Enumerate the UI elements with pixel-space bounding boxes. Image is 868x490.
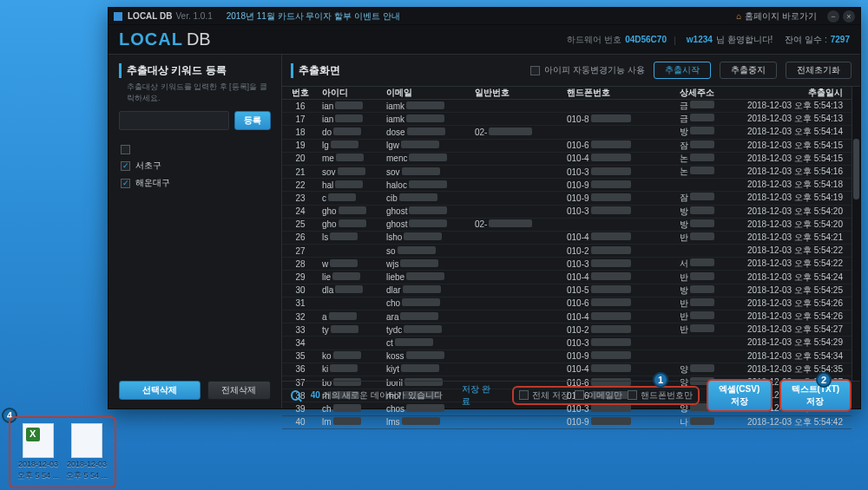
ip-auto-checkbox[interactable]: 아이피 자동변경기능 사용	[530, 64, 645, 76]
homepage-link[interactable]: 홈페이지 바로가기	[745, 10, 817, 23]
table-row[interactable]: 33tytydc010-2반2018-12-03 오후 5:54:27	[282, 323, 852, 336]
table-row[interactable]: 29lieliebe010-4반2018-12-03 오후 5:54:24	[282, 271, 852, 284]
keyword-header	[119, 142, 271, 157]
table-row[interactable]: 25ghoghost02-방2018-12-03 오후 5:54:20	[282, 219, 852, 232]
table-row[interactable]: 19lglgw010-6잠2018-12-03 오후 5:54:15	[282, 140, 852, 153]
title-text: LOCAL DB	[128, 11, 172, 21]
close-button[interactable]: ×	[843, 10, 855, 23]
register-button[interactable]: 등록	[234, 111, 271, 130]
stop-button[interactable]: 추출중지	[720, 62, 777, 79]
col-email: 이메일	[386, 87, 475, 99]
table-row[interactable]: 36kikiyt010-4양2018-12-03 오후 5:54:35	[282, 363, 852, 376]
annotation-badge-1: 1	[653, 372, 668, 388]
reset-button[interactable]: 전체초기화	[786, 62, 852, 79]
save-txt-button[interactable]: 텍스트(TXT)저장	[779, 379, 852, 412]
titlebar: LOCAL DB Ver. 1.0.1 2018년 11월 카드사 무이자 할부…	[108, 8, 860, 25]
text-file-icon	[71, 423, 102, 458]
table-row[interactable]: 20memenc010-4논2018-12-03 오후 5:54:15	[282, 153, 852, 166]
user-account: w1234	[687, 35, 713, 44]
logo-local: LOCAL	[119, 29, 183, 49]
remain-label: 잔여 일수 :	[785, 34, 826, 46]
keyword-checkbox[interactable]: ✓	[121, 179, 130, 188]
table-row[interactable]: 21sovsov010-3논2018-12-03 오후 5:54:16	[282, 166, 852, 179]
minimize-button[interactable]: −	[827, 10, 839, 23]
home-icon: ⌂	[736, 11, 741, 21]
col-general-no: 일반번호	[475, 87, 555, 99]
logo-db: DB	[187, 29, 211, 49]
header-bar: LOCAL DB 하드웨어 번호 04D56C70 | w1234 님 환영합니…	[108, 25, 860, 55]
scrollbar-thumb[interactable]	[853, 139, 859, 199]
col-datetime: 추출일시	[720, 87, 852, 99]
delete-selected-button[interactable]: 선택삭제	[119, 381, 201, 400]
keyword-item[interactable]: ✓ 해운대구	[119, 174, 271, 192]
main-title: 추출화면	[291, 63, 340, 78]
table-row[interactable]: 32aara010-4반2018-12-03 오후 5:54:26	[282, 310, 852, 323]
desktop-file-csv[interactable]: 2018-12-03 오후 5 54 ...	[17, 423, 59, 481]
status-text: 40 개의 새로운 데이터가 있습니다	[311, 389, 443, 402]
main-footer: 40 개의 새로운 데이터가 있습니다 저장 완료 전체 저장 이메일만 핸드폰…	[282, 381, 860, 408]
header-checkbox[interactable]	[121, 145, 130, 154]
keyword-checkbox[interactable]: ✓	[121, 161, 130, 171]
desktop-file-txt[interactable]: 2018-12-03 오후 5 54 ...	[66, 423, 108, 481]
sidebar: 추출대상 키워드 등록 추출대상 키워드를 입력한 후 [등록]을 클릭하세요.…	[108, 55, 282, 408]
sidebar-title: 추출대상 키워드 등록	[119, 63, 271, 78]
version-text: Ver. 1.0.1	[175, 11, 212, 21]
table-header: 번호 아이디 이메일 일반번호 핸드폰번호 상세주소 추출일시	[282, 87, 852, 100]
announcement-link[interactable]: 2018년 11월 카드사 무이자 할부 이벤트 안내	[227, 10, 400, 23]
table-row[interactable]: 22halhaloc010-92018-12-03 오후 5:54:18	[282, 179, 852, 192]
col-id: 아이디	[315, 87, 386, 99]
app-window: LOCAL DB Ver. 1.0.1 2018년 11월 카드사 무이자 할부…	[108, 7, 861, 409]
save-options-group: 전체 저장 이메일만 핸드폰번호만	[512, 386, 700, 405]
col-phone: 핸드폰번호	[555, 87, 641, 99]
table-row[interactable]: 17ianiamk010-8금2018-12-03 오후 5:54:13	[282, 113, 852, 126]
keyword-item[interactable]: ✓ 서초구	[119, 157, 271, 174]
save-csv-button[interactable]: 엑셀(CSV)저장	[707, 379, 773, 412]
hw-label: 하드웨어 번호	[567, 34, 621, 46]
save-phone-checkbox[interactable]: 핸드폰번호만	[628, 389, 693, 402]
table-row[interactable]: 35kokoss010-92018-12-03 오후 5:54:34	[282, 350, 852, 363]
table-row[interactable]: 30dladlar010-5방2018-12-03 오후 5:54:25	[282, 284, 852, 297]
table-row[interactable]: 31cho010-6반2018-12-03 오후 5:54:26	[282, 297, 852, 310]
annotation-badge-2: 2	[816, 372, 832, 388]
table-row[interactable]: 34ct010-32018-12-03 오후 5:54:29	[282, 336, 852, 350]
vertical-scrollbar[interactable]	[852, 87, 860, 381]
table-row[interactable]: 26lslsho010-4반2018-12-03 오후 5:54:21	[282, 232, 852, 245]
table-row[interactable]: 40lmlms010-9나2018-12-03 오후 5:54:42	[282, 416, 852, 429]
remain-value: 7297	[831, 35, 850, 44]
table-row[interactable]: 27so010-22018-12-03 오후 5:54:22	[282, 245, 852, 258]
hw-value: 04D56C70	[625, 35, 667, 44]
result-table: 번호 아이디 이메일 일반번호 핸드폰번호 상세주소 추출일시 16ianiam…	[282, 87, 852, 381]
keyword-label: 서초구	[135, 160, 161, 172]
search-icon	[291, 390, 300, 401]
save-full-checkbox[interactable]: 전체 저장	[519, 389, 569, 402]
desktop-file-group: 2018-12-03 오후 5 54 ... 2018-12-03 오후 5 5…	[9, 416, 116, 488]
keyword-list: ✓ 서초구 ✓ 해운대구	[119, 142, 271, 374]
excel-file-icon	[23, 423, 54, 458]
keyword-label: 해운대구	[135, 177, 170, 189]
table-row[interactable]: 18dodose02-방2018-12-03 오후 5:54:14	[282, 126, 852, 139]
checkbox-icon	[530, 66, 540, 75]
col-no: 번호	[286, 87, 315, 99]
keyword-input[interactable]	[119, 111, 229, 130]
delete-all-button[interactable]: 전체삭제	[207, 381, 272, 400]
app-icon	[114, 12, 122, 21]
start-button[interactable]: 추출시작	[654, 62, 711, 79]
table-row[interactable]: 16ianiamk금2018-12-03 오후 5:54:13	[282, 100, 852, 113]
table-row[interactable]: 23ccib010-9잠2018-12-03 오후 5:54:19	[282, 192, 852, 205]
save-email-checkbox[interactable]: 이메일만	[575, 389, 622, 402]
save-done-text: 저장 완료	[462, 383, 493, 408]
col-address: 상세주소	[641, 87, 720, 99]
greeting: 님 환영합니다!	[716, 34, 773, 46]
main-panel: 추출화면 아이피 자동변경기능 사용 추출시작 추출중지 전체초기화 번호 아이…	[282, 55, 860, 408]
sidebar-subtitle: 추출대상 키워드를 입력한 후 [등록]을 클릭하세요.	[119, 82, 271, 104]
table-row[interactable]: 24ghoghost010-3방2018-12-03 오후 5:54:20	[282, 206, 852, 219]
table-row[interactable]: 28wwjs010-3서2018-12-03 오후 5:54:22	[282, 258, 852, 271]
